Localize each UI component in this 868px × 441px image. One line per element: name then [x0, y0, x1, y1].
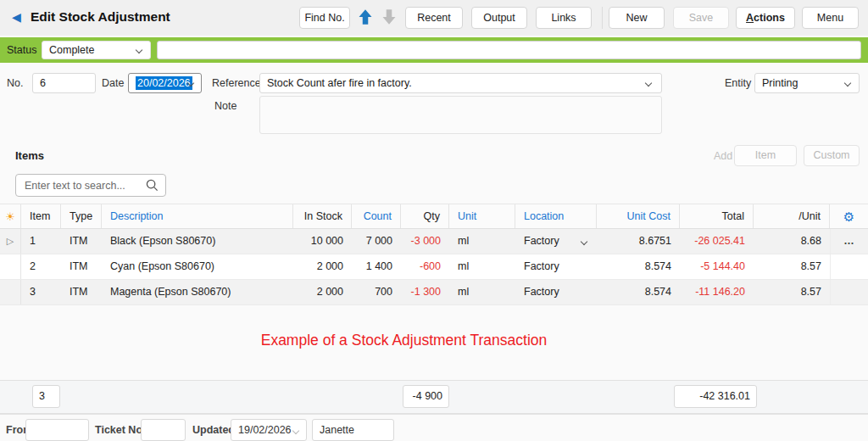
cell-location[interactable]: Factory: [515, 280, 597, 304]
cell-type[interactable]: ITM: [61, 229, 102, 254]
cell-total[interactable]: -26 025.41: [680, 229, 754, 254]
previous-record-icon[interactable]: [357, 8, 376, 27]
row-menu-button[interactable]: …: [843, 235, 855, 247]
cell-item[interactable]: 3: [21, 280, 61, 304]
col-location[interactable]: Location: [515, 204, 597, 228]
location-chevron-icon[interactable]: [581, 237, 587, 244]
items-section-title: Items: [15, 149, 44, 162]
links-button[interactable]: Links: [536, 7, 592, 29]
cell-description[interactable]: Magenta (Epson S80670): [102, 280, 293, 304]
add-item-button[interactable]: Item: [734, 145, 797, 166]
actions-button[interactable]: Actions: [736, 7, 795, 29]
cell-per-unit[interactable]: 8.57: [754, 280, 830, 304]
cell-item[interactable]: 1: [21, 229, 61, 254]
updated-date-field[interactable]: 19/02/2026: [231, 419, 307, 441]
app: { "icons": { "back": "◀", "sun": "☀", "g…: [0, 0, 868, 441]
note-field[interactable]: [259, 96, 662, 134]
table-row[interactable]: 3 ITM Magenta (Epson S80670) 2 000 700 -…: [0, 280, 868, 305]
column-chooser-header[interactable]: ☀: [0, 204, 21, 228]
col-item[interactable]: Item: [21, 204, 61, 228]
actions-label-initial: A: [746, 12, 754, 24]
toolbar-divider: [602, 7, 603, 29]
cell-total[interactable]: -5 144.40: [680, 254, 754, 279]
cell-count[interactable]: 1 400: [352, 254, 401, 279]
save-button[interactable]: Save: [673, 7, 729, 29]
recent-button[interactable]: Recent: [405, 7, 463, 29]
cell-in-stock[interactable]: 2 000: [293, 254, 352, 279]
chevron-down-icon[interactable]: [844, 80, 851, 87]
sun-icon: ☀: [5, 210, 15, 223]
ticket-no-field[interactable]: [141, 419, 186, 441]
cell-item[interactable]: 2: [21, 254, 61, 279]
table-row[interactable]: 2 ITM Cyan (Epson S80670) 2 000 1 400 -6…: [0, 254, 868, 280]
col-unit[interactable]: Unit: [449, 204, 515, 228]
status-select[interactable]: Complete: [42, 41, 151, 59]
cell-type[interactable]: ITM: [61, 280, 102, 304]
cell-total[interactable]: -11 146.20: [680, 280, 754, 304]
status-message-field[interactable]: [157, 41, 861, 59]
ticket-no-label: Ticket No.: [95, 424, 146, 436]
next-record-icon[interactable]: [381, 8, 399, 27]
col-in-stock[interactable]: In Stock: [293, 204, 352, 228]
cell-unit-cost[interactable]: 8.574: [597, 254, 680, 279]
title-bar: ◀ Edit Stock Adjustment Find No. Recent …: [0, 0, 868, 36]
col-type[interactable]: Type: [61, 204, 102, 228]
cell-qty[interactable]: -1 300: [401, 280, 449, 304]
chevron-down-icon[interactable]: [292, 427, 299, 434]
chevron-down-icon[interactable]: [645, 80, 652, 87]
cell-location[interactable]: Factory: [515, 254, 597, 279]
cell-qty[interactable]: -600: [401, 254, 449, 279]
table-row[interactable]: ▷ 1 ITM Black (Epson S80670) 10 000 7 00…: [0, 229, 868, 254]
menu-button[interactable]: Menu: [802, 7, 859, 29]
reference-field[interactable]: Stock Count afer fire in factory.: [259, 73, 662, 93]
date-field[interactable]: 20/02/2026: [128, 73, 202, 93]
cell-description[interactable]: Black (Epson S80670): [102, 229, 293, 254]
table-header-row: ☀ Item Type Description In Stock Count Q…: [0, 204, 868, 229]
cell-qty[interactable]: -3 000: [401, 229, 449, 254]
search-input[interactable]: [15, 174, 166, 197]
table-settings-header[interactable]: ⚙: [830, 204, 868, 228]
cell-description[interactable]: Cyan (Epson S80670): [102, 254, 293, 279]
note-label: Note: [214, 96, 236, 116]
location-value: Factory: [524, 280, 559, 304]
total-items-count: 3: [32, 385, 60, 408]
add-label: Add: [714, 150, 732, 162]
updated-by-field: Janette: [312, 419, 394, 441]
entity-select[interactable]: Printing: [754, 73, 860, 93]
find-no-button[interactable]: Find No.: [299, 7, 350, 29]
cell-unit-cost[interactable]: 8.6751: [597, 229, 680, 254]
status-bar: Status Complete: [0, 37, 868, 63]
cell-unit[interactable]: ml: [449, 229, 515, 254]
col-count[interactable]: Count: [352, 204, 401, 228]
no-field[interactable]: 6: [32, 73, 96, 93]
cell-location[interactable]: Factory: [515, 229, 597, 254]
col-per-unit[interactable]: /Unit: [754, 204, 830, 228]
col-qty[interactable]: Qty: [401, 204, 449, 228]
add-custom-button[interactable]: Custom: [804, 145, 860, 166]
col-description[interactable]: Description: [102, 204, 293, 228]
cell-in-stock[interactable]: 2 000: [293, 280, 352, 304]
new-button[interactable]: New: [609, 7, 665, 29]
cell-unit-cost[interactable]: 8.574: [597, 280, 680, 304]
search-icon[interactable]: [146, 179, 159, 195]
cell-count[interactable]: 7 000: [352, 229, 401, 254]
cell-type[interactable]: ITM: [61, 254, 102, 279]
grand-total: -42 316.01: [674, 385, 757, 408]
cell-count[interactable]: 700: [352, 280, 401, 304]
cell-in-stock[interactable]: 10 000: [293, 229, 352, 254]
reference-value: Stock Count afer fire in factory.: [267, 77, 412, 89]
from-field[interactable]: [25, 419, 89, 441]
status-value: Complete: [49, 44, 95, 56]
col-unit-cost[interactable]: Unit Cost: [597, 204, 680, 228]
cell-unit[interactable]: ml: [449, 280, 515, 304]
output-button[interactable]: Output: [471, 7, 527, 29]
cell-per-unit[interactable]: 8.57: [754, 254, 830, 279]
gear-icon[interactable]: ⚙: [843, 209, 854, 224]
cell-unit[interactable]: ml: [449, 254, 515, 279]
row-expander-icon[interactable]: ▷: [7, 236, 14, 246]
page-title: Edit Stock Adjustment: [31, 9, 170, 25]
reference-label: Reference: [212, 73, 261, 93]
col-total[interactable]: Total: [680, 204, 754, 228]
back-icon[interactable]: ◀: [12, 10, 21, 24]
cell-per-unit[interactable]: 8.68: [754, 229, 830, 254]
